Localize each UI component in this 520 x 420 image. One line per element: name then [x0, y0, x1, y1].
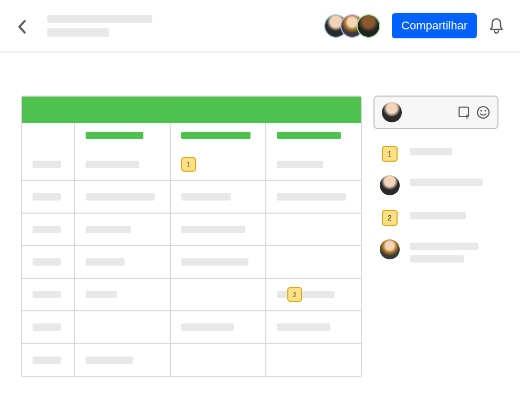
cell[interactable]	[22, 181, 75, 213]
cell-content-placeholder	[277, 193, 346, 201]
bell-icon	[488, 17, 504, 34]
comment-body	[410, 175, 483, 186]
cell-content-placeholder	[277, 323, 330, 331]
comment-item[interactable]	[380, 175, 498, 195]
cell[interactable]	[22, 148, 75, 181]
comment-text-placeholder	[410, 212, 466, 219]
comment-marker[interactable]: 1	[181, 157, 196, 172]
app-header: Compartilhar	[0, 0, 520, 52]
table-row: 2	[22, 278, 361, 311]
comment-marker[interactable]: 2	[287, 287, 302, 302]
collaborator-avatars[interactable]	[324, 14, 380, 38]
cell-content-placeholder	[33, 161, 61, 168]
header-cell[interactable]	[266, 123, 361, 148]
table-row	[22, 343, 361, 376]
header-cell[interactable]	[22, 123, 75, 148]
comment-body	[410, 239, 479, 262]
comment-item[interactable]: 1	[380, 145, 498, 162]
cell[interactable]	[266, 311, 361, 343]
cell[interactable]	[170, 343, 266, 376]
cell[interactable]	[170, 311, 266, 343]
cell-content-placeholder	[181, 258, 248, 266]
cell[interactable]	[22, 278, 75, 311]
spreadsheet[interactable]: 12	[21, 96, 362, 377]
cell[interactable]	[170, 213, 266, 246]
cell[interactable]	[266, 213, 361, 246]
subtitle-placeholder	[47, 28, 109, 37]
title-block	[47, 15, 324, 37]
svg-point-2	[480, 110, 482, 111]
back-button[interactable]	[16, 20, 28, 33]
cell[interactable]	[75, 246, 170, 278]
cell[interactable]	[266, 181, 361, 213]
cell[interactable]	[22, 246, 75, 278]
cell-content-placeholder	[86, 291, 117, 298]
cell[interactable]: 1	[170, 148, 266, 181]
cell-content-placeholder	[33, 323, 61, 331]
cell[interactable]	[266, 343, 361, 376]
attach-note-button[interactable]	[457, 106, 471, 119]
cell[interactable]	[170, 246, 266, 278]
cell[interactable]	[22, 311, 75, 343]
cell[interactable]	[75, 343, 170, 376]
comment-composer[interactable]	[373, 96, 498, 129]
cell-content-placeholder	[181, 323, 234, 331]
comment-text-placeholder	[410, 148, 452, 155]
svg-point-1	[477, 107, 489, 118]
cell-content-placeholder	[86, 226, 131, 233]
sheet-banner	[22, 97, 361, 123]
title-placeholder	[47, 15, 152, 23]
table-row: 1	[22, 148, 361, 181]
table-row	[22, 311, 361, 343]
cell-content-placeholder	[33, 291, 61, 298]
cell[interactable]	[75, 181, 170, 213]
comment-body	[410, 145, 452, 155]
cell[interactable]	[266, 246, 361, 278]
notifications-button[interactable]	[488, 17, 504, 34]
cell-content-placeholder	[33, 226, 61, 233]
cell[interactable]	[170, 181, 266, 213]
avatar[interactable]	[357, 14, 380, 38]
table-row	[22, 246, 361, 278]
cell-content-placeholder	[277, 161, 323, 168]
cell[interactable]	[75, 311, 170, 343]
content-area: 12 12	[0, 52, 520, 377]
header-row	[22, 123, 361, 148]
cell[interactable]	[75, 278, 170, 311]
cell-content-placeholder	[181, 226, 245, 233]
comment-item[interactable]: 2	[380, 209, 498, 226]
composer-avatar	[382, 102, 402, 122]
cell[interactable]	[22, 343, 75, 376]
cell-content-placeholder	[181, 193, 231, 201]
comment-text-placeholder	[410, 255, 464, 262]
cell[interactable]: 2	[266, 278, 361, 311]
cell-content-placeholder	[86, 356, 133, 364]
emoji-button[interactable]	[476, 106, 490, 119]
comment-avatar	[380, 239, 400, 259]
comment-marker-ref: 2	[382, 210, 398, 226]
comment-marker-ref: 1	[382, 146, 398, 162]
cell[interactable]	[75, 213, 170, 246]
comment-list: 12	[373, 145, 498, 262]
emoji-icon	[476, 106, 490, 119]
table-row	[22, 213, 361, 246]
comment-avatar	[380, 175, 400, 195]
cell-content-placeholder	[86, 193, 155, 201]
cell-content-placeholder	[86, 161, 139, 168]
sheet-table: 12	[22, 123, 361, 376]
comment-text-placeholder	[410, 243, 479, 250]
header-cell[interactable]	[75, 123, 170, 148]
cell[interactable]	[22, 213, 75, 246]
cell[interactable]	[266, 148, 361, 181]
cell[interactable]	[75, 148, 170, 181]
cell-content-placeholder	[277, 291, 335, 298]
header-cell[interactable]	[170, 123, 266, 148]
comment-text-placeholder	[410, 178, 483, 186]
share-button[interactable]: Compartilhar	[392, 13, 477, 38]
table-row	[22, 181, 361, 213]
comment-item[interactable]	[380, 239, 498, 262]
chevron-left-icon	[18, 19, 26, 34]
cell-content-placeholder	[33, 193, 61, 201]
comments-sidebar: 12	[373, 96, 498, 377]
cell[interactable]	[170, 278, 266, 311]
